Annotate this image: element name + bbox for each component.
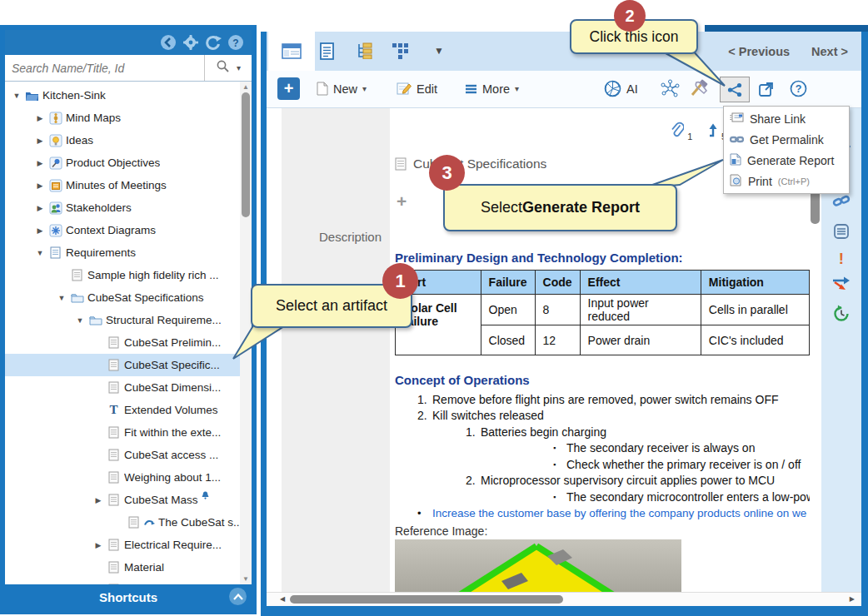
- tree-item-cubesat-specifications-folder[interactable]: ▼ CubeSat Specifications: [5, 286, 248, 309]
- tree-item-cubesat-preliminary[interactable]: CubeSat Prelimin...: [5, 331, 248, 354]
- caret-right-icon[interactable]: ▶: [35, 181, 45, 190]
- hyperlink-text[interactable]: Increase the customer base by offering t…: [432, 507, 806, 519]
- tree-item-context-diagrams[interactable]: ▶ Context Diagrams: [5, 219, 248, 241]
- tree-item-minutes-of-meetings[interactable]: ▶ Minutes of Meetings: [5, 174, 248, 196]
- document-icon: [107, 425, 121, 440]
- col-effect: Effect: [580, 271, 701, 295]
- tree-item-electrical-requirements[interactable]: ▶ Electrical Require...: [5, 534, 248, 556]
- caret-down-icon[interactable]: ▼: [35, 249, 45, 257]
- document-icon: [107, 358, 121, 372]
- tree-item-cubesat-access[interactable]: CubeSat access ...: [5, 444, 248, 466]
- caret-right-icon[interactable]: ▶: [35, 204, 45, 212]
- new-button[interactable]: New ▾: [317, 71, 367, 107]
- back-icon[interactable]: [160, 34, 177, 51]
- bullet-icon: •: [417, 507, 432, 519]
- caret-down-icon[interactable]: ▼: [57, 294, 67, 302]
- tree-item-cubesat-mass[interactable]: ▶ CubeSat Mass: [5, 489, 248, 511]
- caret-right-icon[interactable]: ▶: [35, 137, 45, 145]
- tree-item-extended-volumes[interactable]: T Extended Volumes: [5, 399, 248, 421]
- warning-exclamation-icon[interactable]: !: [839, 253, 844, 265]
- module-list-icon[interactable]: [833, 223, 850, 243]
- link-types-arrows-icon[interactable]: [832, 275, 851, 295]
- scroll-up-icon[interactable]: ▲: [240, 83, 252, 91]
- tree-item-product-objectives[interactable]: ▶ Product Objectives: [5, 152, 248, 174]
- cell-effect: Input power reduced: [580, 295, 701, 325]
- search-controls: ▾: [204, 55, 252, 81]
- add-description-button[interactable]: +: [397, 191, 407, 211]
- shortcuts-bar[interactable]: Shortcuts: [5, 584, 252, 609]
- menu-item-get-permalink[interactable]: Get Permalink: [724, 129, 849, 150]
- tree-item-structural-requirements-folder[interactable]: ▼ Structural Requireme...: [5, 309, 248, 331]
- caret-down-icon[interactable]: ▼: [12, 92, 22, 100]
- horizontal-scrollbar-thumb[interactable]: [290, 595, 563, 604]
- paperclip-icon[interactable]: 1: [670, 122, 693, 141]
- caret-right-icon[interactable]: ▶: [93, 541, 103, 549]
- tree-item-sample-rich-text[interactable]: Sample high fidelity rich ...: [5, 264, 248, 286]
- artifact-doc-icon: [395, 157, 407, 171]
- scroll-right-icon[interactable]: ▶: [850, 595, 855, 603]
- tree-item-label: Requirements: [66, 246, 136, 259]
- tree-item-cubesat-dimensions[interactable]: CubeSat Dimensi...: [5, 376, 248, 399]
- next-button[interactable]: Next >: [811, 45, 848, 58]
- print-icon: [730, 174, 742, 189]
- tab-document-icon[interactable]: [320, 42, 334, 63]
- tree-item-requirements[interactable]: ▼ Requirements: [5, 241, 248, 264]
- menu-item-print[interactable]: Print (Ctrl+P): [724, 171, 849, 191]
- scroll-down-icon[interactable]: ▼: [240, 575, 252, 583]
- open-in-new-window-icon[interactable]: [758, 71, 775, 107]
- link-bullet-row: • Increase the customer base by offering…: [417, 507, 809, 519]
- content-horizontal-scrollbar[interactable]: ◀ ▶: [267, 592, 861, 606]
- document-icon: [107, 493, 121, 507]
- tab-overflow-caret-icon[interactable]: ▼: [434, 45, 444, 57]
- folder-icon: [70, 291, 84, 305]
- callout2-number: 2: [614, 0, 646, 32]
- search-icon[interactable]: [216, 59, 230, 77]
- tab-overview-active[interactable]: [268, 32, 315, 71]
- caret-right-icon[interactable]: ▶: [93, 496, 103, 504]
- search-options-caret-icon[interactable]: ▾: [237, 63, 241, 72]
- help-icon[interactable]: ?: [227, 34, 244, 51]
- expand-shortcuts-icon[interactable]: [229, 588, 247, 605]
- tree-item-label: Stakeholders: [66, 201, 132, 214]
- previous-button[interactable]: < Previous: [728, 45, 790, 58]
- history-clock-icon[interactable]: [832, 305, 851, 326]
- caret-right-icon[interactable]: ▶: [35, 226, 45, 235]
- edit-button[interactable]: Edit: [397, 71, 437, 107]
- search-input[interactable]: [5, 55, 204, 81]
- tree-item-mind-maps[interactable]: ▶ Mind Maps: [5, 107, 248, 129]
- tree-item-weighing-about[interactable]: Weighing about 1...: [5, 466, 248, 489]
- tree-item-the-cubesat-linked[interactable]: The CubeSat s...: [5, 511, 248, 534]
- list-item: 2.Kill switches released: [390, 408, 810, 425]
- list-item: 2.Microprocessor supervisory circuit app…: [390, 473, 810, 489]
- caret-right-icon[interactable]: ▶: [35, 159, 45, 167]
- links-chain-icon[interactable]: [832, 193, 851, 213]
- toolbar-help-icon[interactable]: ?: [790, 71, 807, 107]
- tab-module-tree-icon[interactable]: [356, 42, 374, 62]
- cell-mitigation: Cells in parallel: [701, 295, 809, 325]
- menu-item-generate-report[interactable]: Generate Report: [724, 150, 849, 171]
- more-button[interactable]: More ▾: [465, 71, 519, 107]
- scroll-left-icon[interactable]: ◀: [280, 595, 285, 603]
- tree-item-cubesat-specific-selected[interactable]: CubeSat Specific...: [5, 354, 248, 376]
- tab-collection-icon[interactable]: [392, 42, 410, 62]
- caret-right-icon[interactable]: ▶: [35, 114, 45, 122]
- ai-button-label: AI: [626, 82, 638, 96]
- cell-failure: Open: [481, 295, 535, 325]
- document-icon: [107, 470, 121, 484]
- menu-item-share-link[interactable]: Share Link: [724, 108, 849, 129]
- refresh-icon[interactable]: [205, 34, 222, 51]
- tree-item-cubesat-structural[interactable]: CubeSat Structur...: [5, 579, 248, 584]
- list-item: 1.Remove before flight pins are removed,…: [390, 391, 810, 408]
- svg-text:?: ?: [796, 83, 802, 95]
- tree-item-kitchen-sink[interactable]: ▼ Kitchen-Sink: [5, 84, 248, 107]
- ai-button[interactable]: AI: [604, 71, 638, 107]
- tree-item-stakeholders[interactable]: ▶ Stakeholders: [5, 196, 248, 219]
- tree-item-ideas[interactable]: ▶ Ideas: [5, 129, 248, 152]
- tree-item-fit-within[interactable]: Fit within the exte...: [5, 421, 248, 444]
- gear-icon[interactable]: [182, 34, 199, 51]
- add-artifact-button[interactable]: +: [277, 77, 300, 100]
- tree-item-label: CubeSat Prelimin...: [124, 336, 221, 349]
- tree-item-material[interactable]: Material: [5, 556, 248, 579]
- tree-scrollbar-thumb[interactable]: [242, 92, 250, 217]
- caret-down-icon[interactable]: ▼: [75, 316, 85, 325]
